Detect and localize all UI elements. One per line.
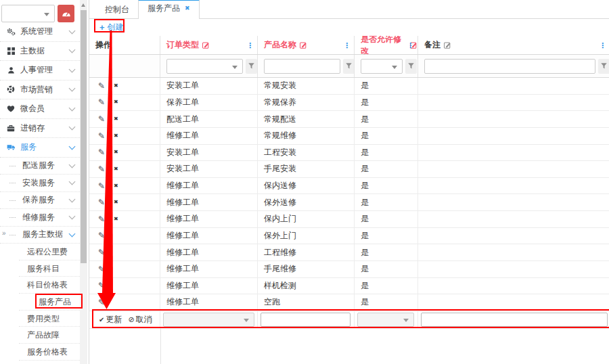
scroll-up-arrow-icon[interactable]	[81, 3, 85, 7]
filter-button[interactable]	[343, 59, 355, 74]
filter-button[interactable]	[598, 59, 609, 74]
column-header-product[interactable]: 产品名称 ⋮	[258, 36, 355, 54]
grid-toolbar: + 创建	[89, 19, 609, 36]
allow-cell: 是	[355, 111, 418, 127]
filter-cell-remark	[418, 55, 609, 77]
column-menu-icon[interactable]: ⋮	[343, 40, 351, 51]
grid-body: ✎ ✖ 安装工单 常规安装 是 ✎ ✖ 保养工单 常规保养	[89, 78, 609, 311]
column-header-remark[interactable]: 备注 ⋮	[418, 36, 609, 54]
product-cell: 常规维修	[258, 128, 355, 144]
order-type-cell: 维修工单	[160, 228, 258, 244]
sidebar-leaf-item[interactable]: 远程公里费	[0, 244, 80, 260]
sidebar: 系统管理 主数据 人事管理 市场营销	[0, 0, 80, 364]
sidebar-item-label: 微会员	[20, 103, 70, 114]
sidebar-item-service[interactable]: 服务	[0, 138, 80, 158]
allow-cell: 是	[355, 294, 418, 311]
scrollbar-thumb[interactable]	[81, 10, 87, 263]
sidebar-item-member[interactable]: 微会员	[0, 99, 80, 119]
chevron-down-icon	[69, 104, 76, 111]
remark-cell	[418, 111, 609, 127]
filter-button[interactable]	[405, 59, 417, 74]
sidebar-subitem[interactable]: » 安装服务	[0, 175, 80, 192]
tab-console[interactable]: 控制台	[96, 1, 138, 18]
product-cell: 常规配送	[258, 111, 355, 127]
allow-cell: 是	[355, 78, 418, 94]
sidebar-scrollbar[interactable]	[80, 0, 87, 364]
annotation-box-edit-row	[92, 309, 609, 328]
column-header-allow-modify[interactable]: 是否允许修改 ⋮	[355, 36, 418, 54]
table-row: ✎ ✖ 配送工单 常规配送 是	[89, 111, 609, 128]
chevron-down-icon	[69, 85, 76, 92]
sidebar-item-system[interactable]: 系统管理	[0, 22, 80, 42]
product-cell: 保内送修	[258, 178, 355, 194]
sidebar-subitem[interactable]: » 维修服务	[0, 209, 80, 227]
remark-cell	[418, 244, 609, 260]
sidebar-item-label: 服务	[20, 141, 70, 153]
sidebar-filter-dropdown[interactable]	[1, 5, 55, 22]
sidebar-subitem[interactable]: » 配送服务	[0, 158, 80, 175]
sidebar-subitem[interactable]: » 保养服务	[0, 192, 80, 210]
product-cell: 常规安装	[258, 78, 355, 94]
product-filter-input[interactable]	[264, 59, 340, 74]
remark-filter-input[interactable]	[424, 59, 595, 74]
funnel-icon	[248, 63, 254, 69]
filter-cell-order-type	[160, 55, 258, 77]
order-type-cell: 保养工单	[160, 95, 258, 111]
user-icon	[5, 66, 16, 74]
briefcase-icon	[5, 124, 16, 132]
allow-filter-dropdown[interactable]	[361, 59, 403, 74]
order-type-filter-dropdown[interactable]	[166, 59, 243, 74]
edit-box-icon	[300, 41, 307, 49]
order-type-cell: 安装工单	[160, 161, 258, 177]
filter-cell-allow	[355, 55, 418, 77]
order-type-cell: 维修工单	[160, 261, 258, 277]
table-row: ✎ ✖ 维修工单 保内送修 是	[89, 178, 609, 195]
column-header-order-type[interactable]: 订单类型 ⋮	[160, 36, 258, 54]
sidebar-leaf-item[interactable]: 服务提成价格表	[0, 361, 80, 364]
table-row: ✎ ✖ 维修工单 手尾维修 是	[89, 261, 609, 278]
sidebar-item-masterdata[interactable]: 主数据	[0, 42, 80, 62]
tab-close-icon[interactable]: ✖	[185, 5, 190, 12]
order-type-cell: 安装工单	[160, 145, 258, 161]
chevron-down-icon	[69, 124, 76, 131]
sidebar-item-hr[interactable]: 人事管理	[0, 61, 80, 81]
sidebar-leaf-item[interactable]: 服务科目	[0, 260, 80, 277]
order-type-cell: 维修工单	[160, 178, 258, 194]
allow-cell: 是	[355, 211, 418, 227]
chevron-down-icon	[44, 13, 49, 16]
sidebar-item-marketing[interactable]: 市场营销	[0, 81, 80, 100]
remark-cell	[418, 145, 609, 161]
sidebar-leaf-item[interactable]: 科目价格表	[0, 277, 80, 294]
sidebar-subitem[interactable]: » 服务主数据	[0, 227, 80, 244]
table-row: ✎ ✖ 维修工单 保外上门 是	[89, 228, 609, 245]
remark-cell	[418, 178, 609, 194]
chevron-down-icon	[69, 27, 76, 34]
order-type-cell: 安装工单	[160, 78, 258, 94]
column-menu-icon[interactable]: ⋮	[599, 40, 606, 51]
order-type-cell: 维修工单	[160, 244, 258, 260]
filter-button[interactable]	[246, 59, 257, 74]
gears-icon	[5, 28, 16, 36]
chevron-down-icon	[392, 66, 397, 69]
sidebar-item-inventory[interactable]: 进销存	[0, 119, 80, 139]
edit-box-icon	[202, 41, 210, 49]
table-row: ✎ ✖ 安装工单 工程安装 是	[89, 145, 609, 162]
product-cell: 空跑	[258, 294, 355, 311]
sidebar-item-label: 系统管理	[20, 26, 70, 37]
table-row: ✎ ✖ 维修工单 工程维修 是	[89, 244, 609, 261]
column-menu-icon[interactable]: ⋮	[407, 40, 414, 51]
order-type-cell: 维修工单	[160, 278, 258, 294]
locked-column-divider	[160, 327, 161, 364]
allow-cell: 是	[355, 228, 418, 244]
allow-cell: 是	[355, 178, 418, 194]
tab-service-product[interactable]: 服务产品✖	[138, 0, 200, 19]
service-submenu: » 配送服务 » 安装服务 » 保养服务 » 维修服务	[0, 158, 80, 244]
sidebar-leaf-item[interactable]: 产品故障	[0, 327, 80, 344]
dashboard-button[interactable]	[58, 5, 74, 22]
sidebar-leaf-item[interactable]: 服务价格表	[0, 344, 80, 361]
remark-cell	[418, 161, 609, 177]
sidebar-leaf-item[interactable]: 费用类型	[0, 311, 80, 327]
remark-cell	[418, 261, 609, 277]
remark-cell	[418, 128, 609, 144]
column-menu-icon[interactable]: ⋮	[246, 40, 254, 51]
